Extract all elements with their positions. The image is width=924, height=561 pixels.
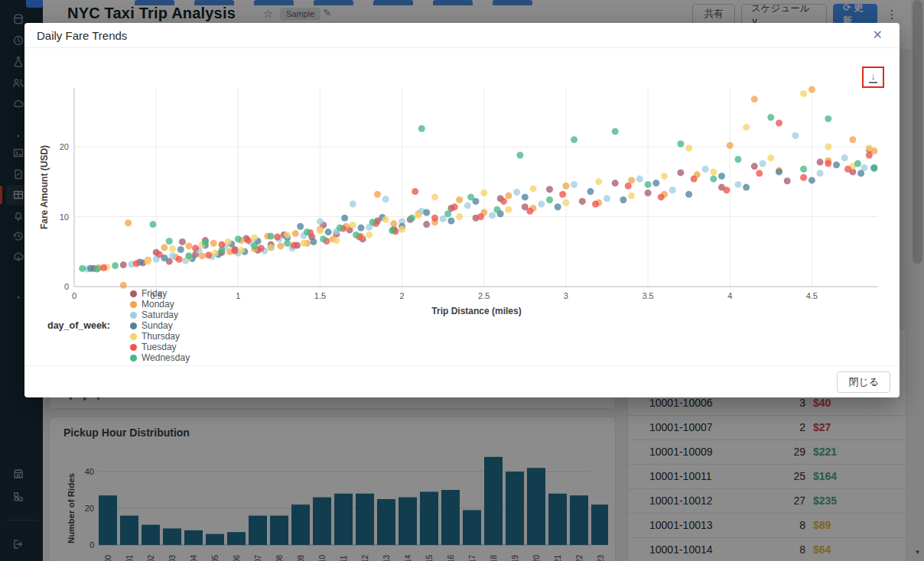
modal-close-icon[interactable]: ✕ bbox=[873, 28, 883, 42]
svg-text:2: 2 bbox=[400, 291, 405, 300]
svg-text:20: 20 bbox=[60, 142, 69, 151]
svg-text:4.5: 4.5 bbox=[806, 291, 818, 300]
legend-label: Saturday bbox=[142, 310, 178, 320]
legend-label: Sunday bbox=[142, 320, 173, 331]
legend-label: Monday bbox=[142, 299, 174, 310]
svg-text:1: 1 bbox=[236, 291, 240, 300]
legend-item-sunday[interactable]: Sunday bbox=[130, 320, 190, 331]
legend-item-thursday[interactable]: Thursday bbox=[130, 331, 190, 342]
legend-swatch bbox=[130, 333, 137, 340]
chart-legend: day_of_week: FridayMondaySaturdaySundayT… bbox=[47, 318, 208, 333]
legend-item-saturday[interactable]: Saturday bbox=[130, 310, 190, 320]
svg-text:Trip Distance (miles): Trip Distance (miles) bbox=[431, 306, 521, 316]
legend-label: Wednesday bbox=[142, 352, 190, 363]
legend-swatch bbox=[130, 323, 137, 329]
svg-text:3.5: 3.5 bbox=[642, 291, 653, 300]
svg-text:10: 10 bbox=[60, 212, 69, 222]
legend-item-friday[interactable]: Friday bbox=[130, 288, 190, 299]
legend-label: Tuesday bbox=[142, 342, 177, 352]
legend-item-wednesday[interactable]: Wednesday bbox=[130, 352, 190, 363]
legend-swatch bbox=[130, 355, 137, 362]
svg-text:1.5: 1.5 bbox=[314, 291, 326, 300]
download-icon: ↓ bbox=[869, 71, 877, 83]
svg-text:4: 4 bbox=[727, 291, 732, 300]
legend-swatch bbox=[130, 344, 137, 351]
legend-item-monday[interactable]: Monday bbox=[130, 299, 190, 310]
legend-swatch bbox=[130, 301, 137, 308]
svg-text:0: 0 bbox=[64, 282, 69, 291]
legend-label: Friday bbox=[142, 288, 167, 299]
svg-text:3: 3 bbox=[564, 291, 568, 300]
legend-item-tuesday[interactable]: Tuesday bbox=[130, 342, 190, 352]
modal-header: Daily Fare Trends ✕ bbox=[24, 23, 900, 48]
svg-text:Fare Amount (USD): Fare Amount (USD) bbox=[40, 145, 50, 229]
svg-text:2.5: 2.5 bbox=[478, 291, 490, 300]
legend-title: day_of_week: bbox=[47, 320, 110, 331]
modal-footer: 閉じる bbox=[24, 365, 900, 397]
legend-swatch bbox=[130, 312, 137, 319]
legend-swatch bbox=[130, 290, 137, 297]
close-button[interactable]: 閉じる bbox=[837, 371, 890, 393]
modal-title: Daily Fare Trends bbox=[37, 29, 127, 42]
svg-text:0: 0 bbox=[72, 291, 76, 300]
legend-label: Thursday bbox=[142, 331, 180, 342]
chart-fullscreen-modal: Daily Fare Trends ✕ ↓ 00.511.522.533.544… bbox=[24, 23, 900, 397]
